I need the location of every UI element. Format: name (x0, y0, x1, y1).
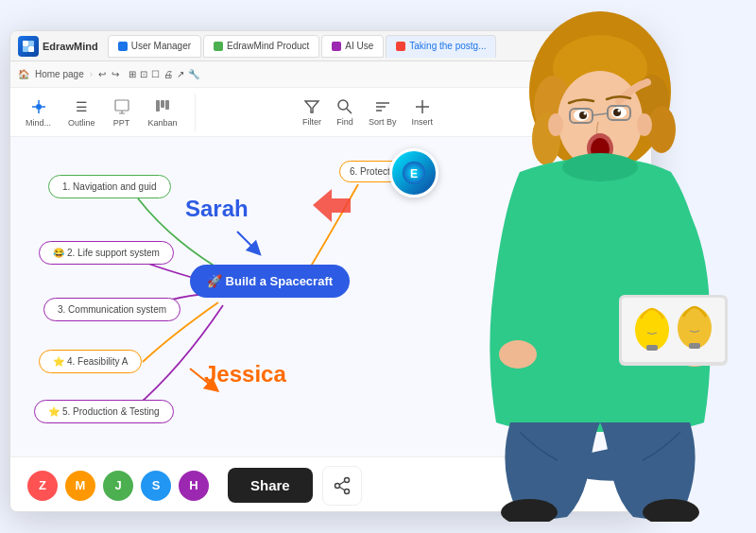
svg-marker-26 (313, 189, 351, 222)
display-setting-button[interactable]: Display Setting (587, 98, 644, 127)
center-node-label: 🚀 Build a Spacecraft (207, 274, 333, 288)
svg-point-16 (338, 100, 348, 110)
home-link[interactable]: Home page (35, 69, 84, 79)
mindmap-container: 🚀 Build a Spacecraft 1. Navigation and g… (29, 146, 436, 430)
branch-4-label: 4. Feasibility A (67, 356, 128, 367)
canvas-area[interactable]: 🚀 Build a Spacecraft 1. Navigation and g… (10, 137, 651, 456)
center-node[interactable]: 🚀 Build a Spacecraft (190, 265, 350, 298)
red-arrow-decoration (313, 189, 351, 226)
ppt-icon (112, 97, 131, 116)
svg-rect-3 (28, 46, 34, 52)
svg-rect-14 (165, 100, 169, 110)
branch-node-3[interactable]: 3. Communication system (43, 298, 180, 321)
outer-wrapper: EdrawMind User Manager EdrawMind Product… (9, 11, 747, 522)
avatar-z[interactable]: Z (26, 469, 60, 503)
tab-user-manager[interactable]: User Manager (108, 35, 201, 58)
avatar-j[interactable]: J (101, 469, 135, 503)
branch-node-5[interactable]: ⭐ 5. Production & Testing (34, 400, 174, 423)
branch-2-label: 2. Life support system (67, 248, 160, 258)
close-button[interactable]: × (631, 36, 644, 48)
svg-rect-64 (689, 343, 700, 349)
avatar-m[interactable]: M (63, 469, 97, 503)
svg-line-31 (339, 487, 344, 490)
insert-button[interactable]: Insert (412, 98, 434, 127)
branch-node-1[interactable]: 1. Navigation and guid (48, 175, 171, 198)
tab-ai-use[interactable]: AI Use (321, 35, 384, 58)
app-window: EdrawMind User Manager EdrawMind Product… (9, 30, 652, 512)
tab-bar: User Manager EdrawMind Product AI Use Ta… (108, 35, 566, 58)
svg-text:E: E (410, 167, 418, 181)
mind-icon (29, 97, 48, 116)
tab-taking-postg[interactable]: Taking the postg... (386, 35, 496, 58)
branch-node-2[interactable]: 😂 2. Life support system (39, 241, 174, 265)
svg-marker-15 (305, 101, 318, 112)
sarah-label: Sarah (176, 194, 258, 224)
avatar-s[interactable]: S (139, 469, 173, 503)
home-icon: 🏠 (18, 69, 29, 79)
app-name-label: EdrawMind (43, 41, 98, 52)
floating-edrawmind-avatar[interactable]: E (389, 148, 438, 198)
maximize-button[interactable]: □ (614, 36, 627, 48)
window-controls: − □ × (572, 36, 644, 57)
svg-rect-0 (23, 41, 28, 46)
svg-rect-23 (608, 101, 623, 112)
mind-button[interactable]: Mind... (18, 94, 59, 131)
nav-bar: 🏠 Home page › ↩ ↪ ⊞ ⊡ ☐ 🖨 ↗ 🔧 (10, 61, 651, 88)
share-header-button[interactable]: Share (535, 102, 583, 123)
toolbar-center: Filter Find Sort By (203, 98, 533, 127)
svg-point-27 (344, 477, 349, 482)
share-main-button[interactable]: Share (228, 468, 313, 503)
undo-btn[interactable]: ↩ (98, 69, 106, 79)
jessica-label: Jessica (195, 359, 296, 389)
nav-tools: ⊞ ⊡ ☐ 🖨 ↗ 🔧 (129, 69, 199, 79)
toolbar: Mind... ☰ Outline PPT (10, 88, 651, 137)
svg-rect-13 (161, 100, 164, 108)
star-icon-4: ⭐ (53, 356, 64, 367)
svg-point-57 (674, 336, 715, 367)
svg-point-28 (335, 483, 339, 488)
share-link-button[interactable] (322, 466, 362, 506)
app-logo: EdrawMind (18, 36, 98, 57)
logo-icon (18, 36, 39, 57)
svg-rect-2 (23, 46, 28, 52)
tab-edrawmind-product[interactable]: EdrawMind Product (203, 35, 319, 58)
filter-button[interactable]: Filter (302, 98, 321, 127)
branch-1-label: 1. Navigation and guid (62, 181, 157, 192)
outline-icon: ☰ (72, 97, 91, 116)
branch-node-4[interactable]: ⭐ 4. Feasibility A (39, 350, 142, 373)
avatar-stack: Z M J S H (26, 469, 211, 503)
minimize-button[interactable]: − (597, 36, 610, 48)
bottom-bar: Z M J S H Share (10, 456, 651, 512)
find-button[interactable]: Find (336, 98, 353, 127)
user-avatar[interactable] (572, 36, 593, 57)
outline-button[interactable]: ☰ Outline (60, 94, 103, 131)
svg-rect-12 (156, 100, 160, 112)
avatar-h[interactable]: H (177, 469, 211, 503)
toolbar-right: Share Display Setting (535, 98, 644, 127)
star-icon-5: ⭐ (48, 406, 60, 417)
kanban-button[interactable]: Kanban (141, 94, 185, 131)
toolbar-left: Mind... ☰ Outline PPT (18, 94, 196, 131)
ppt-button[interactable]: PPT (105, 94, 139, 131)
svg-point-29 (344, 489, 349, 493)
svg-point-4 (36, 104, 42, 110)
svg-point-63 (678, 307, 712, 349)
sort-by-button[interactable]: Sort By (369, 98, 397, 127)
title-bar: EdrawMind User Manager EdrawMind Product… (10, 31, 651, 61)
branch-5-label: 5. Production & Testing (62, 406, 160, 417)
svg-line-17 (347, 109, 352, 113)
redo-btn[interactable]: ↪ (112, 69, 119, 79)
svg-line-30 (339, 481, 344, 484)
svg-rect-9 (115, 100, 129, 111)
branch-3-label: 3. Communication system (58, 304, 166, 315)
kanban-icon (153, 97, 172, 116)
svg-rect-1 (28, 41, 34, 46)
